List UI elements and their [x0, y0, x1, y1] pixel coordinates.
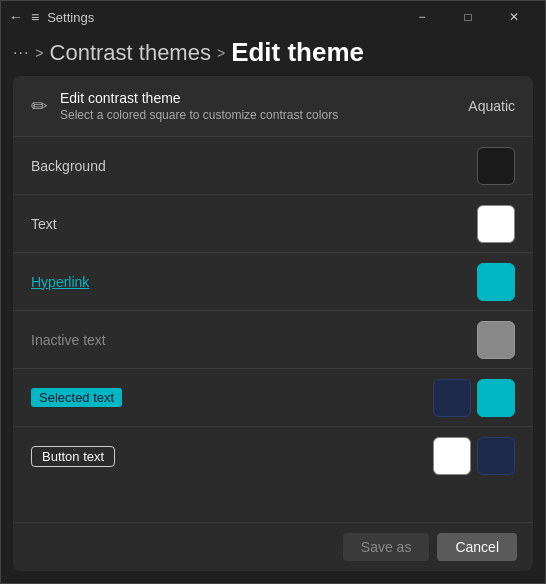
header-left: ✏ Edit contrast theme Select a colored s… [31, 90, 338, 122]
title-bar: ← ≡ Settings − □ ✕ [1, 1, 545, 33]
button-text-swatch-2[interactable] [477, 437, 515, 475]
text-swatch-1[interactable] [477, 205, 515, 243]
background-label: Background [31, 158, 477, 174]
inactive-text-swatch-1[interactable] [477, 321, 515, 359]
button-text-badge: Button text [31, 446, 115, 467]
title-bar-left: ← ≡ Settings [9, 9, 399, 25]
window-title: Settings [47, 10, 94, 25]
hyperlink-label[interactable]: Hyperlink [31, 274, 477, 290]
text-row: Text [13, 195, 533, 253]
header-subtitle: Select a colored square to customize con… [60, 108, 338, 122]
hyperlink-swatch-1[interactable] [477, 263, 515, 301]
selected-text-swatch-2[interactable] [477, 379, 515, 417]
minimize-button[interactable]: − [399, 1, 445, 33]
inactive-text-row: Inactive text [13, 311, 533, 369]
nav-chevron-1: > [35, 45, 43, 61]
hyperlink-swatches [477, 263, 515, 301]
selected-text-swatches [433, 379, 515, 417]
text-swatches [477, 205, 515, 243]
back-icon[interactable]: ← [9, 9, 23, 25]
content-area: ✏ Edit contrast theme Select a colored s… [13, 76, 533, 571]
inactive-text-swatches [477, 321, 515, 359]
nav-bar: ··· > Contrast themes > Edit theme [1, 33, 545, 76]
header-text: Edit contrast theme Select a colored squ… [60, 90, 338, 122]
button-text-label: Button text [31, 446, 433, 467]
nav-dots[interactable]: ··· [13, 44, 29, 62]
cancel-button[interactable]: Cancel [437, 533, 517, 561]
theme-header: ✏ Edit contrast theme Select a colored s… [13, 76, 533, 137]
selected-text-row: Selected text [13, 369, 533, 427]
button-text-swatches [433, 437, 515, 475]
background-swatches [477, 147, 515, 185]
button-text-row: Button text [13, 427, 533, 485]
text-label: Text [31, 216, 477, 232]
breadcrumb-current: Edit theme [231, 37, 364, 68]
selected-text-swatch-1[interactable] [433, 379, 471, 417]
background-swatch-1[interactable] [477, 147, 515, 185]
button-text-swatch-1[interactable] [433, 437, 471, 475]
selected-text-badge: Selected text [31, 388, 122, 407]
inactive-text-label: Inactive text [31, 332, 477, 348]
background-row: Background [13, 137, 533, 195]
window-controls: − □ ✕ [399, 1, 537, 33]
close-button[interactable]: ✕ [491, 1, 537, 33]
selected-text-label: Selected text [31, 388, 433, 407]
theme-name: Aquatic [468, 98, 515, 114]
save-as-button[interactable]: Save as [343, 533, 430, 561]
hamburger-icon[interactable]: ≡ [31, 9, 39, 25]
edit-icon: ✏ [31, 94, 48, 118]
nav-chevron-2: > [217, 45, 225, 61]
color-rows: Background Text Hyperlink [13, 137, 533, 522]
maximize-button[interactable]: □ [445, 1, 491, 33]
footer: Save as Cancel [13, 522, 533, 571]
header-title: Edit contrast theme [60, 90, 338, 106]
app-window: ← ≡ Settings − □ ✕ ··· > Contrast themes… [0, 0, 546, 584]
breadcrumb-parent[interactable]: Contrast themes [50, 40, 211, 66]
hyperlink-row: Hyperlink [13, 253, 533, 311]
